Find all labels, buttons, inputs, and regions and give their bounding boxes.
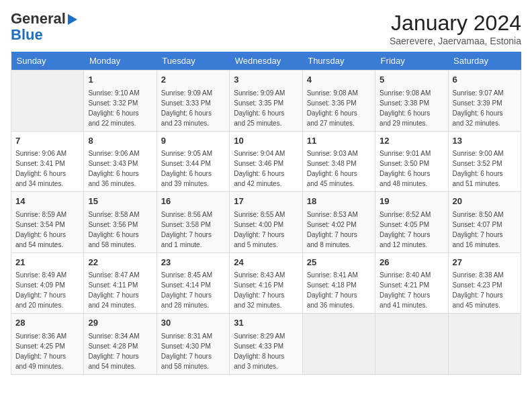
day-cell: [302, 314, 375, 375]
day-cell: [375, 314, 448, 375]
week-row-1: 7Sunrise: 9:06 AMSunset: 3:41 PMDaylight…: [11, 131, 521, 192]
day-cell: 21Sunrise: 8:49 AMSunset: 4:09 PMDayligh…: [11, 253, 84, 314]
day-cell: 25Sunrise: 8:41 AMSunset: 4:18 PMDayligh…: [302, 253, 375, 314]
day-cell: 28Sunrise: 8:36 AMSunset: 4:25 PMDayligh…: [11, 314, 84, 375]
day-number: 7: [15, 134, 79, 148]
day-cell: 14Sunrise: 8:59 AMSunset: 3:54 PMDayligh…: [11, 192, 84, 253]
calendar-subtitle: Saerevere, Jaervamaa, Estonia: [390, 36, 521, 46]
day-number: 14: [15, 195, 79, 208]
day-cell: 11Sunrise: 9:03 AMSunset: 3:48 PMDayligh…: [302, 131, 375, 192]
day-number: 15: [88, 195, 152, 208]
day-number: 5: [380, 73, 443, 87]
logo: General Blue: [11, 11, 77, 43]
day-header-wednesday: Wednesday: [230, 52, 302, 71]
day-info: Sunrise: 9:08 AMSunset: 3:38 PMDaylight:…: [380, 88, 443, 128]
day-number: 3: [234, 73, 298, 87]
day-number: 20: [453, 195, 517, 208]
logo-blue: Blue: [11, 26, 43, 43]
title-area: January 2024 Saerevere, Jaervamaa, Eston…: [390, 11, 521, 46]
day-cell: 13Sunrise: 9:00 AMSunset: 3:52 PMDayligh…: [448, 131, 521, 192]
day-info: Sunrise: 9:04 AMSunset: 3:46 PMDaylight:…: [234, 148, 298, 189]
week-row-0: 1Sunrise: 9:10 AMSunset: 3:32 PMDaylight…: [11, 71, 521, 132]
header: General Blue January 2024 Saerevere, Jae…: [11, 11, 521, 46]
day-number: 28: [15, 316, 79, 330]
day-number: 21: [15, 256, 79, 269]
day-info: Sunrise: 8:29 AMSunset: 4:33 PMDaylight:…: [234, 331, 298, 371]
day-info: Sunrise: 8:34 AMSunset: 4:28 PMDaylight:…: [88, 331, 152, 371]
week-row-3: 21Sunrise: 8:49 AMSunset: 4:09 PMDayligh…: [11, 253, 521, 314]
day-number: 9: [161, 134, 225, 148]
day-number: 12: [380, 134, 443, 148]
day-info: Sunrise: 9:10 AMSunset: 3:32 PMDaylight:…: [88, 88, 152, 128]
day-number: 2: [161, 73, 225, 87]
day-number: 1: [88, 73, 152, 87]
day-info: Sunrise: 9:05 AMSunset: 3:44 PMDaylight:…: [161, 148, 225, 189]
day-number: 29: [88, 316, 152, 330]
day-number: 4: [307, 73, 371, 87]
day-cell: 26Sunrise: 8:40 AMSunset: 4:21 PMDayligh…: [375, 253, 448, 314]
day-info: Sunrise: 9:06 AMSunset: 3:41 PMDaylight:…: [15, 148, 79, 189]
day-number: 27: [453, 256, 517, 269]
day-info: Sunrise: 8:40 AMSunset: 4:21 PMDaylight:…: [380, 270, 443, 310]
logo-text: General: [11, 11, 77, 27]
day-info: Sunrise: 8:31 AMSunset: 4:30 PMDaylight:…: [161, 331, 225, 371]
day-cell: 1Sunrise: 9:10 AMSunset: 3:32 PMDaylight…: [84, 71, 157, 132]
day-header-thursday: Thursday: [302, 52, 375, 71]
day-cell: 16Sunrise: 8:56 AMSunset: 3:58 PMDayligh…: [157, 192, 229, 253]
calendar-body: 1Sunrise: 9:10 AMSunset: 3:32 PMDaylight…: [11, 71, 521, 375]
calendar-title: January 2024: [390, 11, 521, 36]
day-cell: 2Sunrise: 9:09 AMSunset: 3:33 PMDaylight…: [157, 71, 229, 132]
day-info: Sunrise: 8:43 AMSunset: 4:16 PMDaylight:…: [234, 270, 298, 310]
day-number: 24: [234, 256, 298, 269]
week-row-2: 14Sunrise: 8:59 AMSunset: 3:54 PMDayligh…: [11, 192, 521, 253]
day-info: Sunrise: 8:52 AMSunset: 4:05 PMDaylight:…: [380, 210, 443, 250]
day-cell: 22Sunrise: 8:47 AMSunset: 4:11 PMDayligh…: [84, 253, 157, 314]
day-number: 23: [161, 256, 225, 269]
day-info: Sunrise: 9:06 AMSunset: 3:43 PMDaylight:…: [88, 148, 152, 189]
day-header-sunday: Sunday: [11, 52, 84, 71]
day-cell: 23Sunrise: 8:45 AMSunset: 4:14 PMDayligh…: [157, 253, 229, 314]
day-info: Sunrise: 8:53 AMSunset: 4:02 PMDaylight:…: [307, 210, 371, 250]
day-info: Sunrise: 8:56 AMSunset: 3:58 PMDaylight:…: [161, 210, 225, 250]
day-info: Sunrise: 8:36 AMSunset: 4:25 PMDaylight:…: [15, 331, 79, 371]
day-cell: 18Sunrise: 8:53 AMSunset: 4:02 PMDayligh…: [302, 192, 375, 253]
day-info: Sunrise: 9:00 AMSunset: 3:52 PMDaylight:…: [453, 148, 517, 189]
day-header-saturday: Saturday: [448, 52, 521, 71]
day-header-monday: Monday: [84, 52, 157, 71]
calendar-table: SundayMondayTuesdayWednesdayThursdayFrid…: [11, 52, 521, 375]
week-row-4: 28Sunrise: 8:36 AMSunset: 4:25 PMDayligh…: [11, 314, 521, 375]
day-number: 13: [453, 134, 517, 148]
day-cell: 10Sunrise: 9:04 AMSunset: 3:46 PMDayligh…: [230, 131, 302, 192]
day-cell: 30Sunrise: 8:31 AMSunset: 4:30 PMDayligh…: [157, 314, 229, 375]
day-number: 26: [380, 256, 443, 269]
days-header-row: SundayMondayTuesdayWednesdayThursdayFrid…: [11, 52, 521, 71]
day-info: Sunrise: 8:38 AMSunset: 4:23 PMDaylight:…: [453, 270, 517, 310]
day-cell: 12Sunrise: 9:01 AMSunset: 3:50 PMDayligh…: [375, 131, 448, 192]
day-info: Sunrise: 8:55 AMSunset: 4:00 PMDaylight:…: [234, 210, 298, 250]
day-cell: 15Sunrise: 8:58 AMSunset: 3:56 PMDayligh…: [84, 192, 157, 253]
day-cell: 17Sunrise: 8:55 AMSunset: 4:00 PMDayligh…: [230, 192, 302, 253]
day-cell: 4Sunrise: 9:08 AMSunset: 3:36 PMDaylight…: [302, 71, 375, 132]
day-cell: 8Sunrise: 9:06 AMSunset: 3:43 PMDaylight…: [84, 131, 157, 192]
day-info: Sunrise: 9:09 AMSunset: 3:35 PMDaylight:…: [234, 88, 298, 128]
day-cell: [448, 314, 521, 375]
day-cell: 3Sunrise: 9:09 AMSunset: 3:35 PMDaylight…: [230, 71, 302, 132]
day-cell: 31Sunrise: 8:29 AMSunset: 4:33 PMDayligh…: [230, 314, 302, 375]
day-info: Sunrise: 9:03 AMSunset: 3:48 PMDaylight:…: [307, 148, 371, 189]
day-info: Sunrise: 9:08 AMSunset: 3:36 PMDaylight:…: [307, 88, 371, 128]
day-cell: 7Sunrise: 9:06 AMSunset: 3:41 PMDaylight…: [11, 131, 84, 192]
day-number: 18: [307, 195, 371, 208]
day-number: 10: [234, 134, 298, 148]
day-number: 8: [88, 134, 152, 148]
day-number: 17: [234, 195, 298, 208]
day-cell: 24Sunrise: 8:43 AMSunset: 4:16 PMDayligh…: [230, 253, 302, 314]
day-info: Sunrise: 8:45 AMSunset: 4:14 PMDaylight:…: [161, 270, 225, 310]
day-number: 6: [453, 73, 517, 87]
day-cell: 20Sunrise: 8:50 AMSunset: 4:07 PMDayligh…: [448, 192, 521, 253]
day-header-tuesday: Tuesday: [157, 52, 229, 71]
day-number: 11: [307, 134, 371, 148]
day-cell: 5Sunrise: 9:08 AMSunset: 3:38 PMDaylight…: [375, 71, 448, 132]
day-info: Sunrise: 8:41 AMSunset: 4:18 PMDaylight:…: [307, 270, 371, 310]
day-cell: [11, 71, 84, 132]
day-cell: 27Sunrise: 8:38 AMSunset: 4:23 PMDayligh…: [448, 253, 521, 314]
